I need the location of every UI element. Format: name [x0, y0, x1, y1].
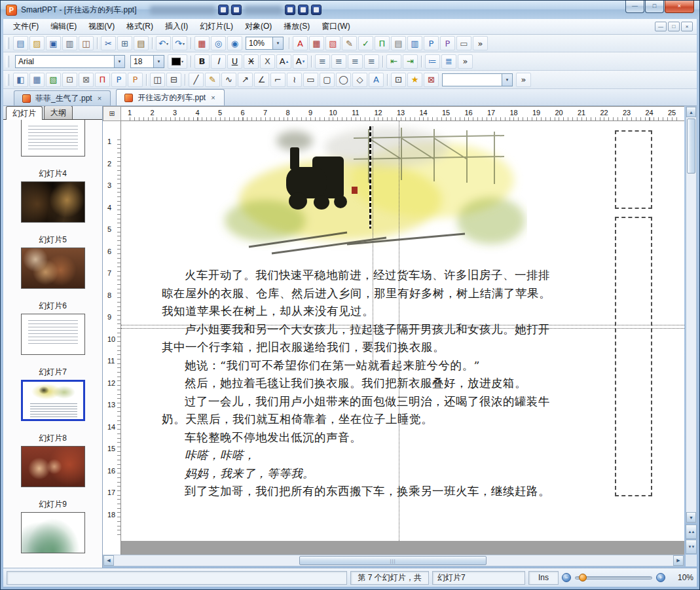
- crop-button[interactable]: ⊡: [391, 73, 406, 87]
- grow-font-button[interactable]: A▴: [276, 54, 291, 69]
- ime-badge-icon[interactable]: [218, 5, 229, 15]
- close-button[interactable]: ×: [665, 1, 694, 13]
- font-color-button[interactable]: A: [293, 36, 308, 50]
- scroll-up-icon[interactable]: ▲: [686, 107, 696, 117]
- insert-table-button[interactable]: ▦: [29, 73, 45, 87]
- slide-design-button[interactable]: ▧: [325, 36, 341, 50]
- zoom-in-button[interactable]: +: [656, 573, 665, 582]
- next-slide-icon[interactable]: ▼▼: [686, 540, 697, 554]
- paste-button[interactable]: ▤: [134, 36, 149, 50]
- font-size-combobox[interactable]: 18▼: [130, 55, 164, 68]
- slide-thumbnail[interactable]: [21, 512, 85, 553]
- layout-split-button[interactable]: ⊟: [166, 73, 181, 87]
- ime-badge-icon[interactable]: [311, 5, 322, 15]
- new-document-button[interactable]: ▤: [13, 36, 28, 50]
- slide-thumbnail-item[interactable]: [3, 120, 102, 157]
- justify-button[interactable]: ≡: [364, 54, 379, 69]
- chevron-down-icon[interactable]: ▼: [114, 56, 124, 67]
- slide-text[interactable]: 火车开动了。我们快速平稳地前进，经过货车场、许多旧房子、一排排晾在屋外的衣服、仓…: [162, 267, 557, 501]
- insert-star-button[interactable]: ★: [407, 73, 422, 87]
- ime-badge-icon[interactable]: [298, 5, 308, 15]
- editing-canvas[interactable]: 火车开动了。我们快速平稳地前进，经过货车场、许多旧房子、一排排晾在屋外的衣服、仓…: [121, 121, 684, 555]
- document-restore-button[interactable]: □: [668, 22, 680, 31]
- menu-item[interactable]: 文件(F): [7, 19, 45, 34]
- numbering-button[interactable]: ≣: [441, 54, 456, 69]
- draw-rectangle-button[interactable]: ▭: [303, 73, 318, 87]
- slide-thumbnail-item[interactable]: 幻灯片7: [3, 367, 102, 421]
- horizontal-scroll-thumb[interactable]: |||: [299, 556, 487, 565]
- document-close-button[interactable]: ×: [681, 22, 693, 31]
- format-painter-button[interactable]: ▦: [194, 36, 210, 50]
- toolbar-grip[interactable]: [6, 56, 9, 67]
- bullets-button[interactable]: ≔: [425, 54, 440, 69]
- close-icon[interactable]: ×: [210, 94, 215, 101]
- align-center-button[interactable]: ≡: [331, 54, 346, 69]
- insert-slide-button[interactable]: ◧: [13, 73, 28, 87]
- layout-single-button[interactable]: ◫: [150, 73, 165, 87]
- edit-points-button[interactable]: ✎: [342, 36, 357, 50]
- insert-textbox-button[interactable]: A: [369, 73, 384, 87]
- zoom-slider-thumb[interactable]: [579, 574, 587, 581]
- placeholder-box[interactable]: [615, 130, 652, 209]
- save-button[interactable]: ▣: [46, 36, 61, 50]
- draw-rounded-rectangle-button[interactable]: ▢: [320, 73, 335, 87]
- chevron-down-icon[interactable]: ▾: [181, 59, 183, 64]
- slide-thumbnail[interactable]: [21, 446, 85, 487]
- slide-thumbnail-item[interactable]: 幻灯片8: [3, 433, 102, 487]
- draw-arrow-button[interactable]: ↗: [238, 73, 253, 87]
- draw-line-button[interactable]: ╱: [189, 73, 204, 87]
- maximize-button[interactable]: □: [645, 1, 664, 13]
- keyboard-button[interactable]: ▤: [391, 36, 406, 50]
- document-tab[interactable]: 开往远方的列车.ppt×: [116, 89, 224, 105]
- print-button[interactable]: ▥: [62, 36, 77, 50]
- zoom-selection-button[interactable]: ◉: [227, 36, 242, 50]
- italic-button[interactable]: I: [211, 54, 226, 69]
- delete-object-button[interactable]: ⊠: [424, 73, 439, 87]
- vertical-scrollbar[interactable]: ▲ ▼: [686, 106, 697, 523]
- cut-button[interactable]: ✂: [101, 36, 116, 50]
- toolbar-grip[interactable]: [6, 37, 9, 49]
- chevron-down-icon[interactable]: ▾: [183, 41, 185, 46]
- slide-thumbnail-item[interactable]: 幻灯片4: [3, 168, 102, 223]
- align-left-button[interactable]: ≡: [315, 54, 330, 69]
- draw-polygon-button[interactable]: ◇: [352, 73, 367, 87]
- menu-item[interactable]: 对象(O): [239, 19, 278, 34]
- tab-outline[interactable]: 大纲: [44, 106, 73, 119]
- zoom-out-button[interactable]: −: [562, 573, 571, 582]
- draw-freehand-button[interactable]: ✎: [205, 73, 220, 87]
- toolbar-overflow-button[interactable]: »: [458, 54, 473, 69]
- slide-thumbnail[interactable]: [21, 120, 85, 157]
- menu-item[interactable]: 插入(I): [159, 19, 194, 34]
- close-icon[interactable]: ×: [97, 94, 102, 102]
- scroll-right-icon[interactable]: ▶: [673, 555, 684, 566]
- zoom-in-button[interactable]: ◎: [211, 36, 226, 50]
- insert-vertical-text-button[interactable]: P: [128, 73, 143, 87]
- insert-text-frame-button[interactable]: P: [111, 73, 126, 87]
- toolbar-overflow-button[interactable]: »: [473, 36, 488, 50]
- vertical-scroll-thumb[interactable]: [687, 119, 695, 174]
- slide-thumbnail-item[interactable]: 幻灯片5: [3, 234, 102, 289]
- font-color-button[interactable]: ▾: [168, 54, 187, 69]
- draw-ellipse-button[interactable]: ◯: [336, 73, 351, 87]
- ime-badge-icon[interactable]: [231, 5, 242, 15]
- undo-button[interactable]: ↶▾: [156, 36, 171, 50]
- shadow-text-button[interactable]: X: [260, 54, 275, 69]
- menu-item[interactable]: 窗口(W): [316, 19, 356, 34]
- chevron-down-icon[interactable]: ▼: [502, 74, 512, 86]
- shrink-font-button[interactable]: A▾: [293, 54, 308, 69]
- placeholder-box[interactable]: [615, 217, 652, 496]
- menu-item[interactable]: 格式(R): [120, 19, 159, 34]
- slide-thumbnail-item[interactable]: 幻灯片9: [3, 499, 102, 553]
- ime-badge-icon[interactable]: [285, 5, 295, 15]
- scroll-down-icon[interactable]: ▼: [686, 512, 696, 523]
- draw-arc-button[interactable]: ∿: [221, 73, 236, 87]
- menu-item[interactable]: 播放(S): [278, 19, 316, 34]
- zoom-combobox[interactable]: 10%▼: [246, 37, 284, 50]
- insert-table-button[interactable]: ▦: [309, 36, 324, 50]
- tab-slides[interactable]: 幻灯片: [6, 106, 43, 120]
- toolbar-grip[interactable]: [6, 74, 9, 86]
- insert-picture-button[interactable]: ▧: [46, 73, 61, 87]
- slide-thumbnail-list[interactable]: 幻灯片4幻灯片5幻灯片6幻灯片7幻灯片8幻灯片9: [3, 120, 102, 568]
- align-right-button[interactable]: ≡: [348, 54, 363, 69]
- connector-curved-button[interactable]: ≀: [287, 73, 302, 87]
